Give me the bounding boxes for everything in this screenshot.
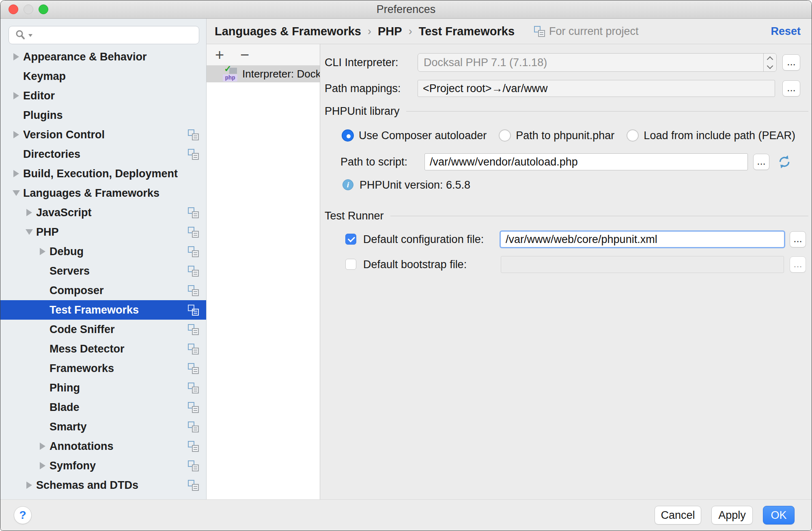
path-to-script-field[interactable]: /var/www/vendor/autoload.php bbox=[424, 153, 748, 170]
cli-interpreter-select[interactable]: Docksal PHP 7.1 (7.1.18) bbox=[418, 53, 777, 72]
ok-button[interactable]: OK bbox=[763, 506, 795, 525]
default-config-browse-button[interactable]: ... bbox=[790, 231, 806, 247]
path-to-script-value: /var/www/vendor/autoload.php bbox=[430, 156, 578, 168]
interpreter-list-item[interactable]: ✓ php Interpreter: Dock bbox=[207, 65, 320, 82]
remove-button[interactable]: − bbox=[237, 47, 252, 62]
radio-path-to-phpunit-phar[interactable]: Path to phpunit.phar bbox=[499, 129, 614, 142]
cli-interpreter-label: CLI Interpreter: bbox=[325, 53, 398, 72]
apply-button[interactable]: Apply bbox=[711, 506, 753, 525]
scope-indicator: For current project bbox=[534, 25, 639, 38]
sidebar-item-schemas-and-dtds[interactable]: Schemas and DTDs bbox=[0, 475, 206, 495]
path-to-script-browse-button[interactable]: ... bbox=[753, 154, 769, 170]
sidebar-item-test-frameworks[interactable]: Test Frameworks bbox=[0, 300, 206, 320]
breadcrumb-part-test-frameworks[interactable]: Test Frameworks bbox=[419, 25, 515, 38]
sidebar-item-label: Test Frameworks bbox=[50, 304, 139, 316]
sidebar-item-label: Languages & Frameworks bbox=[23, 187, 159, 200]
sidebar-item-php[interactable]: PHP bbox=[0, 222, 206, 242]
expand-arrow-icon[interactable] bbox=[22, 482, 36, 489]
expand-arrow-icon[interactable] bbox=[9, 131, 23, 138]
radio-label: Path to phpunit.phar bbox=[516, 129, 614, 142]
expand-arrow-icon[interactable] bbox=[36, 462, 50, 469]
path-mappings-label: Path mappings: bbox=[325, 80, 401, 97]
footer-bar: ? Cancel Apply OK bbox=[0, 499, 812, 531]
expand-arrow-icon[interactable] bbox=[9, 53, 23, 60]
sidebar-item-label: Appearance & Behavior bbox=[23, 51, 147, 63]
expand-arrow-icon[interactable] bbox=[9, 92, 23, 99]
settings-tree: Appearance & BehaviorKeymapEditorPlugins… bbox=[0, 47, 206, 499]
sidebar-item-keymap[interactable]: Keymap bbox=[0, 67, 206, 86]
default-config-checkbox[interactable] bbox=[345, 234, 356, 245]
path-mappings-value: <Project root>→/var/www bbox=[423, 82, 548, 95]
path-mappings-browse-button[interactable]: ... bbox=[782, 80, 800, 97]
sidebar-item-label: Version Control bbox=[23, 129, 105, 141]
sidebar-item-label: PHP bbox=[36, 226, 59, 239]
expand-arrow-icon[interactable] bbox=[36, 443, 50, 450]
radio-unselected-icon[interactable] bbox=[499, 129, 511, 142]
cli-interpreter-browse-button[interactable]: ... bbox=[782, 54, 800, 71]
expand-arrow-icon[interactable] bbox=[9, 170, 23, 177]
sidebar-item-directories[interactable]: Directories bbox=[0, 144, 206, 164]
sidebar-item-mess-detector[interactable]: Mess Detector bbox=[0, 339, 206, 359]
radio-load-from-include-path-pear[interactable]: Load from include path (PEAR) bbox=[627, 129, 795, 142]
expand-arrow-icon[interactable] bbox=[36, 248, 50, 255]
sidebar-item-phing[interactable]: Phing bbox=[0, 378, 206, 398]
sidebar-item-symfony[interactable]: Symfony bbox=[0, 456, 206, 475]
sidebar-item-label: JavaScript bbox=[36, 206, 92, 219]
phpunit-library-title: PHPUnit library bbox=[325, 105, 400, 118]
default-bootstrap-browse-button[interactable]: ... bbox=[790, 256, 806, 273]
section-divider bbox=[406, 111, 808, 112]
sidebar-item-code-sniffer[interactable]: Code Sniffer bbox=[0, 320, 206, 339]
radio-unselected-icon[interactable] bbox=[627, 129, 639, 142]
sidebar-item-label: Editor bbox=[23, 90, 55, 102]
sidebar-item-servers[interactable]: Servers bbox=[0, 261, 206, 281]
sidebar-item-frameworks[interactable]: Frameworks bbox=[0, 359, 206, 378]
expand-arrow-icon[interactable] bbox=[22, 209, 36, 216]
add-button[interactable]: + bbox=[212, 47, 227, 62]
project-scope-icon bbox=[188, 402, 199, 413]
test-frameworks-settings: CLI Interpreter: Docksal PHP 7.1 (7.1.18… bbox=[321, 44, 812, 499]
breadcrumb-part-php[interactable]: PHP bbox=[378, 25, 402, 38]
php-interpreter-icon: ✓ php bbox=[223, 66, 238, 82]
sidebar-item-label: Schemas and DTDs bbox=[36, 479, 138, 492]
sidebar-item-debug[interactable]: Debug bbox=[0, 242, 206, 261]
default-bootstrap-label: Default bootstrap file: bbox=[363, 256, 467, 273]
sidebar-item-appearance-behavior[interactable]: Appearance & Behavior bbox=[0, 47, 206, 67]
reset-link[interactable]: Reset bbox=[771, 25, 801, 38]
help-button[interactable]: ? bbox=[14, 506, 32, 524]
sidebar-item-javascript[interactable]: JavaScript bbox=[0, 203, 206, 222]
radio-use-composer-autoloader[interactable]: Use Composer autoloader bbox=[342, 129, 487, 142]
reload-phpunit-icon[interactable] bbox=[778, 155, 791, 169]
default-bootstrap-checkbox[interactable] bbox=[345, 259, 356, 270]
sidebar-item-smarty[interactable]: Smarty bbox=[0, 417, 206, 436]
sidebar-item-label: Build, Execution, Deployment bbox=[23, 168, 178, 180]
breadcrumb: Languages & Frameworks›PHP›Test Framewor… bbox=[215, 25, 515, 38]
combo-spinner-icon[interactable] bbox=[763, 54, 776, 71]
sidebar-item-version-control[interactable]: Version Control bbox=[0, 125, 206, 144]
sidebar-item-languages-frameworks[interactable]: Languages & Frameworks bbox=[0, 183, 206, 203]
search-options-caret-icon bbox=[28, 33, 33, 37]
radio-selected-icon[interactable] bbox=[342, 129, 354, 142]
breadcrumb-part-languages-frameworks[interactable]: Languages & Frameworks bbox=[215, 25, 361, 38]
path-mappings-field[interactable]: <Project root>→/var/www bbox=[418, 80, 775, 97]
collapse-arrow-icon[interactable] bbox=[22, 229, 36, 235]
collapse-arrow-icon[interactable] bbox=[9, 190, 23, 196]
sidebar-item-editor[interactable]: Editor bbox=[0, 86, 206, 105]
sidebar-item-blade[interactable]: Blade bbox=[0, 398, 206, 417]
sidebar-item-label: Symfony bbox=[50, 460, 96, 472]
default-bootstrap-field[interactable] bbox=[501, 256, 784, 273]
sidebar-item-label: Code Sniffer bbox=[50, 323, 115, 336]
radio-label: Load from include path (PEAR) bbox=[644, 129, 795, 142]
sidebar-item-plugins[interactable]: Plugins bbox=[0, 105, 206, 125]
sidebar-item-build-execution-deployment[interactable]: Build, Execution, Deployment bbox=[0, 164, 206, 183]
project-scope-icon bbox=[188, 266, 199, 277]
cancel-button[interactable]: Cancel bbox=[655, 506, 701, 525]
test-runner-title: Test Runner bbox=[325, 210, 384, 222]
default-config-field[interactable]: /var/www/web/core/phpunit.xml bbox=[500, 230, 785, 248]
project-scope-icon bbox=[188, 441, 199, 452]
sidebar-item-annotations[interactable]: Annotations bbox=[0, 436, 206, 456]
interpreter-item-label: Interpreter: Dock bbox=[242, 68, 320, 80]
search-input[interactable] bbox=[9, 26, 199, 44]
titlebar: Preferences bbox=[0, 0, 812, 19]
project-scope-icon bbox=[188, 207, 199, 218]
sidebar-item-composer[interactable]: Composer bbox=[0, 281, 206, 300]
